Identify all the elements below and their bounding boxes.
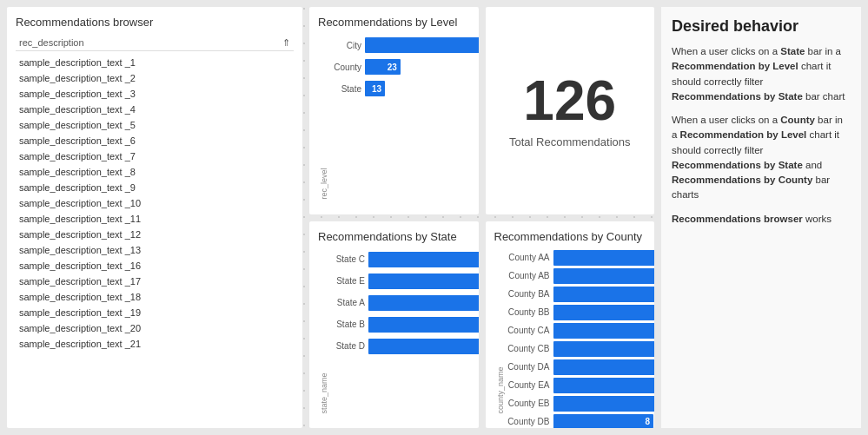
bar-wrap: 23 [365, 57, 479, 76]
bar-label: County BA [505, 289, 550, 299]
list-item[interactable]: sample_description_text _17 [16, 274, 294, 289]
bar-label: County CB [505, 344, 550, 353]
bar[interactable]: 9 [553, 287, 655, 302]
bar-wrap: 9 [553, 341, 655, 357]
browser-list[interactable]: sample_description_text _1sample_descrip… [16, 55, 294, 419]
bar-wrap: 9 [553, 305, 655, 320]
bar-label: County AA [505, 253, 550, 262]
county-y-axis: county_name [494, 250, 505, 414]
bar-wrap: 17 [368, 293, 479, 313]
bar[interactable]: 9 [553, 378, 655, 393]
bar-wrap: 8 [553, 414, 655, 429]
list-item[interactable]: sample_description_text _5 [16, 117, 294, 133]
bar[interactable]: 9 [553, 323, 655, 339]
bar-wrap: 18 [368, 250, 479, 269]
level-chart-wrapper: rec_level City90County23State13 [318, 36, 470, 200]
bar-wrap: 9 [553, 378, 655, 393]
list-item[interactable]: sample_description_text _13 [16, 242, 294, 258]
chart-bar-row[interactable]: County BB9 [505, 305, 655, 320]
chart-bar-row[interactable]: County DB8 [505, 414, 655, 429]
level-y-axis: rec_level [318, 36, 328, 200]
sort-icon[interactable]: ⇑ [282, 37, 290, 49]
county-chart-wrapper: county_name County AA9County AB9County B… [494, 250, 646, 414]
bar-label: County EB [505, 399, 550, 408]
chart-bar-row[interactable]: County23 [328, 57, 479, 76]
bar-label: County BB [505, 307, 550, 317]
list-item[interactable]: sample_description_text _19 [16, 305, 294, 320]
bar-value: 13 [372, 84, 381, 94]
chart-bar-row[interactable]: City90 [328, 36, 479, 55]
bar-label: State [328, 84, 361, 94]
list-item[interactable]: sample_description_text _2 [16, 70, 294, 86]
list-item[interactable]: sample_description_text _12 [16, 227, 294, 242]
chart-bar-row[interactable]: State D17 [328, 337, 479, 356]
list-item[interactable]: sample_description_text _6 [16, 133, 294, 148]
bar[interactable]: 9 [553, 359, 655, 375]
bar-wrap: 17 [368, 337, 479, 356]
bar-wrap: 17 [368, 315, 479, 334]
list-item[interactable]: sample_description_text _8 [16, 164, 294, 180]
bar-label: County CA [505, 326, 550, 335]
state-y-axis: state_name [318, 250, 328, 414]
list-item[interactable]: sample_description_text _7 [16, 148, 294, 164]
chart-bar-row[interactable]: State C18 [328, 250, 479, 269]
list-item[interactable]: sample_description_text _11 [16, 211, 294, 227]
list-item[interactable]: sample_description_text _16 [16, 258, 294, 274]
bar[interactable]: 23 [365, 59, 401, 75]
chart-bar-row[interactable]: County EA9 [505, 378, 655, 393]
bar[interactable]: 18 [368, 274, 479, 289]
browser-title: Recommendations browser [16, 16, 294, 29]
desired-p3: Recommendations browser works [672, 212, 851, 227]
bar[interactable]: 9 [553, 268, 655, 284]
bar[interactable]: 17 [368, 339, 479, 354]
state-chart-title: Recommendations by State [318, 230, 470, 243]
desired-panel: Desired behavior When a user clicks on a… [661, 7, 861, 428]
chart-bar-row[interactable]: County CA9 [505, 323, 655, 339]
total-panel: 126 Total Recommendations [486, 7, 655, 214]
bar[interactable]: 8 [553, 414, 654, 429]
county-chart-area[interactable]: County AA9County AB9County BA9County BB9… [505, 250, 655, 414]
bar[interactable]: 18 [368, 252, 479, 267]
bar-wrap: 9 [553, 396, 655, 412]
bar-wrap: 18 [368, 272, 479, 291]
list-item[interactable]: sample_description_text _4 [16, 102, 294, 117]
bar[interactable]: 9 [553, 341, 655, 357]
bar[interactable]: 9 [553, 305, 655, 320]
bar[interactable]: 90 [365, 37, 479, 53]
bar-label: State D [328, 341, 365, 351]
bar-label: County DA [505, 362, 550, 372]
list-item[interactable]: sample_description_text _21 [16, 336, 294, 352]
bar[interactable]: 9 [553, 250, 655, 266]
bar-label: City [328, 41, 361, 50]
bar[interactable]: 17 [368, 317, 479, 333]
chart-bar-row[interactable]: County DA9 [505, 359, 655, 375]
chart-bar-row[interactable]: County BA9 [505, 287, 655, 302]
bar-label: County DB [505, 417, 550, 426]
chart-bar-row[interactable]: County CB9 [505, 341, 655, 357]
chart-bar-row[interactable]: State E18 [328, 272, 479, 291]
chart-bar-row[interactable]: State B17 [328, 315, 479, 334]
bar-label: County [328, 63, 361, 72]
list-item[interactable]: sample_description_text _18 [16, 289, 294, 305]
desired-p1: When a user clicks on a State bar in a R… [672, 44, 851, 104]
level-chart-area[interactable]: City90County23State13 [328, 36, 479, 200]
state-chart-area[interactable]: State C18State E18State A17State B17Stat… [328, 250, 479, 414]
list-item[interactable]: sample_description_text _10 [16, 195, 294, 211]
chart-bar-row[interactable]: State A17 [328, 293, 479, 313]
chart-bar-row[interactable]: County EB9 [505, 396, 655, 412]
desired-p2: When a user clicks on a County bar in a … [672, 113, 851, 203]
chart-bar-row[interactable]: State13 [328, 79, 479, 98]
bar-label: County AB [505, 271, 550, 280]
chart-bar-row[interactable]: County AA9 [505, 250, 655, 266]
browser-panel: Recommendations browser rec_description … [7, 7, 302, 428]
bar[interactable]: 13 [365, 81, 385, 96]
bar-value: 23 [388, 63, 397, 72]
list-item[interactable]: sample_description_text _1 [16, 55, 294, 70]
list-item[interactable]: sample_description_text _9 [16, 180, 294, 195]
chart-bar-row[interactable]: County AB9 [505, 268, 655, 284]
bar[interactable]: 17 [368, 295, 479, 311]
list-item[interactable]: sample_description_text _20 [16, 320, 294, 336]
bar[interactable]: 9 [553, 396, 655, 412]
total-number: 126 [523, 73, 616, 129]
list-item[interactable]: sample_description_text _3 [16, 86, 294, 102]
